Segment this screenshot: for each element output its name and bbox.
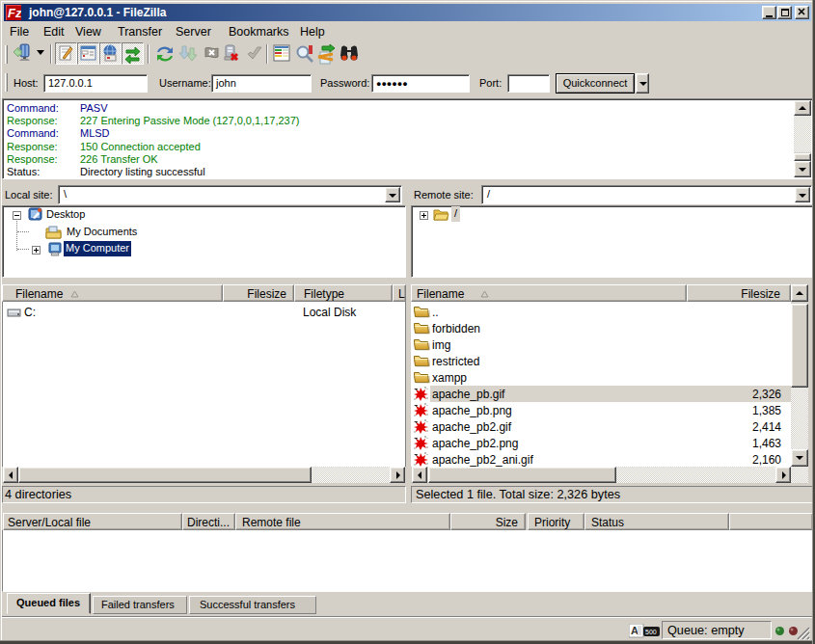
svg-text:500: 500 bbox=[645, 629, 657, 635]
svg-text:A: A bbox=[631, 625, 638, 636]
svg-text:Fz: Fz bbox=[8, 6, 21, 20]
